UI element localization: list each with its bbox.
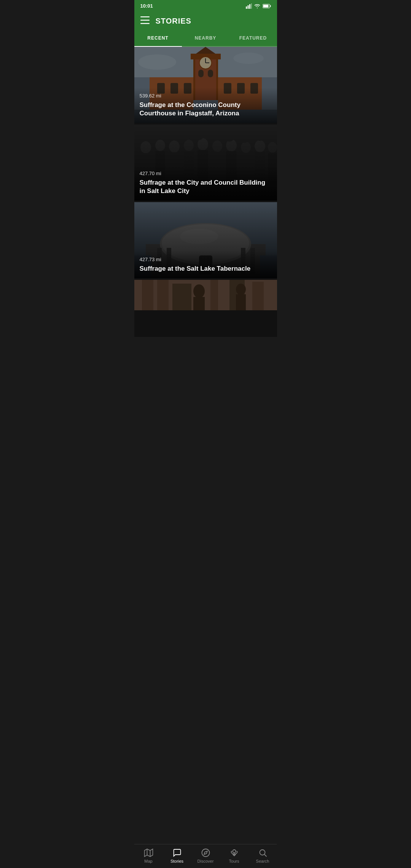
nav-map[interactable]: Map <box>134 844 163 868</box>
story-card-1-content: 539.62 mi Suffrage at the Coconino Count… <box>134 88 277 123</box>
tours-icon <box>229 848 239 857</box>
svg-marker-95 <box>204 851 207 854</box>
story-card-2-content: 427.70 mi Suffrage at the City and Counc… <box>134 165 277 201</box>
tab-featured[interactable]: FEATURED <box>229 30 277 46</box>
story-card-2[interactable]: 427.70 mi Suffrage at the City and Counc… <box>134 124 277 201</box>
stories-list: 539.62 mi Suffrage at the Coconino Count… <box>134 47 277 337</box>
app-header: STORIES <box>134 12 277 30</box>
story-distance-1: 539.62 mi <box>140 93 272 99</box>
svg-rect-7 <box>140 16 150 18</box>
svg-rect-9 <box>140 23 150 24</box>
status-icons <box>246 3 271 9</box>
story-card-1[interactable]: 539.62 mi Suffrage at the Coconino Count… <box>134 47 277 123</box>
story-card-3-content: 427.73 mi Suffrage at the Salt Lake Tabe… <box>134 251 277 278</box>
search-icon <box>258 848 267 857</box>
map-icon <box>144 848 153 857</box>
story-title-1: Suffrage at the Coconino County Courthou… <box>140 101 272 118</box>
bottom-navigation: Map Stories Discover Tours Search <box>134 844 277 868</box>
page-title: STORIES <box>156 17 191 26</box>
nav-tours[interactable]: Tours <box>220 844 249 868</box>
nav-stories[interactable]: Stories <box>163 844 191 868</box>
nav-discover-label: Discover <box>198 859 214 863</box>
story-card-3[interactable]: 427.73 mi Suffrage at the Salt Lake Tabe… <box>134 202 277 278</box>
nav-discover[interactable]: Discover <box>191 844 220 868</box>
nav-search[interactable]: Search <box>249 844 277 868</box>
wifi-icon <box>254 4 260 8</box>
status-time: 10:01 <box>140 3 153 9</box>
svg-rect-1 <box>247 5 249 9</box>
story-distance-3: 427.73 mi <box>140 257 272 262</box>
svg-point-97 <box>260 850 265 855</box>
menu-button[interactable] <box>140 16 150 26</box>
story-distance-2: 427.70 mi <box>140 171 272 176</box>
signal-icon <box>246 3 252 9</box>
tab-recent[interactable]: RECENT <box>134 30 182 46</box>
svg-marker-91 <box>144 849 153 857</box>
svg-point-96 <box>233 850 236 853</box>
svg-line-98 <box>264 855 267 857</box>
tab-bar: RECENT NEARBY FEATURED <box>134 30 277 47</box>
svg-rect-5 <box>263 5 268 7</box>
tab-nearby[interactable]: NEARBY <box>182 30 229 46</box>
story-title-2: Suffrage at the City and Council Buildin… <box>140 179 272 195</box>
battery-icon <box>263 4 271 8</box>
svg-rect-2 <box>249 4 250 9</box>
status-bar: 10:01 <box>134 0 277 12</box>
nav-map-label: Map <box>144 859 152 863</box>
svg-rect-6 <box>270 5 271 7</box>
story-title-3: Suffrage at the Salt Lake Tabernacle <box>140 265 272 273</box>
svg-rect-0 <box>246 6 247 9</box>
svg-rect-8 <box>140 20 150 21</box>
interior-image <box>134 280 277 310</box>
stories-icon <box>172 848 182 857</box>
svg-rect-3 <box>251 3 252 9</box>
nav-search-label: Search <box>256 859 269 863</box>
svg-point-94 <box>202 849 209 857</box>
story-card-4[interactable] <box>134 280 277 310</box>
nav-tours-label: Tours <box>229 859 239 863</box>
nav-stories-label: Stories <box>170 859 183 863</box>
svg-rect-90 <box>134 280 277 310</box>
discover-icon <box>201 848 210 857</box>
